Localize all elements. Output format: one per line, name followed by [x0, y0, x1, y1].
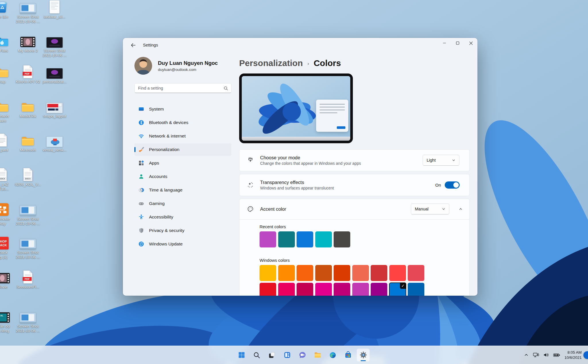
taskbar-search-button[interactable] [250, 348, 263, 362]
desktop-icon[interactable]: hap [0, 63, 16, 84]
tray-chevron-up-icon[interactable] [524, 353, 529, 357]
color-swatch[interactable] [297, 265, 313, 281]
color-swatch[interactable] [260, 231, 276, 247]
system-tray: 8:05 AM 10/6/2021 [524, 346, 588, 364]
desktop-icon[interactable]: o thanh ham [0, 98, 16, 123]
mode-dropdown[interactable]: Light [423, 155, 459, 166]
sidebar-item-bluetooth[interactable]: Bluetooth & devices [134, 116, 231, 129]
desktop-icon-label: d private elay [0, 217, 10, 226]
close-button[interactable] [464, 38, 477, 48]
desktop-icon[interactable]: Screen Shot 2021-10-06 ... [15, 0, 41, 24]
sidebar-item-time-language[interactable]: Time & language [134, 184, 231, 196]
desktop-icon[interactable]: Microsoft [15, 131, 41, 152]
desktop-icon[interactable]: personalizat... [41, 63, 68, 84]
desktop-icon[interactable]: taskbar_ali... [41, 0, 68, 19]
sidebar-item-gaming[interactable]: Gaming [134, 197, 231, 210]
shot-dark-icon [47, 63, 63, 79]
color-swatch[interactable] [315, 231, 332, 247]
taskbar-file-explorer-button[interactable] [311, 348, 324, 362]
sidebar-item-apps[interactable]: Apps [134, 157, 231, 169]
color-swatch[interactable] [315, 265, 332, 281]
row-title: Choose your mode [260, 155, 423, 160]
taskbar-widgets-button[interactable] [281, 348, 294, 362]
accent-mode-dropdown[interactable]: Manual [411, 204, 449, 214]
desktop-icon[interactable]: Movie [0, 268, 16, 289]
transparency-toggle[interactable] [445, 181, 460, 189]
color-swatch[interactable] [315, 283, 332, 296]
tray-battery-icon[interactable] [553, 353, 560, 357]
desktop-icon[interactable]: PDFKimAn API V2 [15, 63, 41, 84]
desktop-icon[interactable]: Screen Shot 2021-10-06 ... [15, 308, 41, 334]
thumb-red-icon [47, 98, 63, 113]
color-swatch[interactable] [389, 265, 406, 281]
sidebar-item-system[interactable]: System [134, 103, 231, 115]
tray-volume-icon[interactable] [543, 353, 549, 357]
color-swatch[interactable] [278, 231, 295, 247]
taskbar-edge-button[interactable] [326, 348, 339, 362]
desktop-icon[interactable]: PDFSeedcomFi... [15, 268, 41, 289]
color-swatch[interactable] [371, 283, 387, 296]
breadcrumb-parent[interactable]: Personalization [239, 57, 303, 69]
desktop-icon-label: Screen Shot 2021-10-06 ... [16, 250, 40, 260]
desktop-icon[interactable]: cle Bin [0, 0, 16, 19]
color-swatch[interactable] [371, 265, 387, 281]
sidebar-item-windows-update[interactable]: Windows Update [134, 238, 231, 250]
color-swatch[interactable] [334, 283, 350, 296]
color-swatch[interactable] [260, 283, 276, 296]
taskbar-start-button[interactable] [235, 348, 248, 362]
desktop-icon[interactable]: virtual_desk... [41, 131, 68, 152]
color-swatch[interactable] [278, 283, 295, 296]
desktop-icon[interactable]: Screen Shot 2021-10-06 ... [15, 200, 41, 226]
color-swatch[interactable] [260, 265, 276, 281]
desktop-icon[interactable]: e_pwd [0, 131, 16, 152]
minimize-icon [443, 41, 446, 45]
diagram-icon [0, 200, 9, 216]
maximize-button[interactable] [451, 38, 464, 48]
desktop-icon[interactable]: MediaTek [15, 98, 41, 119]
taskbar-settings-button[interactable] [357, 348, 370, 362]
search-input[interactable] [138, 86, 224, 90]
color-swatch[interactable] [352, 283, 369, 296]
choose-mode-row: Choose your mode Change the colors that … [239, 149, 470, 171]
desktop-icon[interactable]: Screen Shot 2021-10-06 ... [15, 234, 41, 260]
desktop-icon[interactable]: Screen Shot 2021-10-06 ... [41, 32, 68, 58]
widgets-icon [283, 351, 291, 359]
color-swatch[interactable] [334, 265, 350, 281]
color-swatch[interactable] [334, 231, 350, 247]
back-button[interactable] [129, 41, 137, 49]
color-swatch[interactable] [297, 283, 313, 296]
svg-text:BACK: BACK [0, 243, 7, 247]
desktop-icon[interactable]: DOCXR_LAZ k T10... [0, 166, 16, 192]
sidebar-item-privacy-security[interactable]: Privacy & security [134, 224, 231, 237]
minimize-button[interactable] [438, 38, 451, 48]
sidebar-item-accounts[interactable]: Accounts [134, 170, 231, 183]
folder-icon [21, 131, 34, 147]
sidebar-item-accessibility[interactable]: Accessibility [134, 211, 231, 223]
avatar [134, 57, 152, 75]
color-swatch[interactable] [278, 265, 295, 281]
color-swatch-selected[interactable]: ✓ [389, 283, 406, 296]
desktop-icon[interactable]: d private elay [0, 200, 16, 226]
desktop-icon[interactable]: SHOPBACKpback ng (1) [0, 234, 16, 260]
sidebar-item-personalization[interactable]: Personalization [134, 143, 231, 156]
color-swatch[interactable] [352, 265, 369, 281]
taskbar-store-button[interactable] [341, 348, 355, 362]
color-swatch[interactable] [297, 231, 313, 247]
desktop-icon-label: Screen Shot 2021-10-06 ... [16, 15, 40, 24]
tray-network-tray-icon[interactable] [533, 353, 539, 357]
sidebar-item-network[interactable]: Network & internet [134, 130, 231, 142]
notification-badge[interactable] [583, 351, 588, 359]
desktop-icon[interactable]: DOCX0209_KOL_V... [15, 166, 41, 187]
desktop-icon[interactable]: My Movie 2 [15, 32, 41, 53]
desktop-icon[interactable]: ALo cần bộ AI riêng [0, 308, 16, 334]
user-profile[interactable]: Duy Luan Nguyen Ngoc duyluan@outlook.com [134, 57, 231, 75]
desktop-icon[interactable]: c Files [0, 32, 16, 53]
desktop-icon-label: pback ng (1) [0, 250, 7, 260]
taskbar-clock[interactable]: 8:05 AM 10/6/2021 [564, 350, 582, 360]
color-swatch[interactable] [408, 265, 424, 281]
collapse-section-button[interactable] [456, 205, 465, 213]
color-swatch[interactable] [408, 283, 424, 296]
taskbar-task-view-button[interactable] [265, 348, 278, 362]
taskbar-chat-button[interactable] [296, 348, 309, 362]
desktop-icon[interactable]: snapo_layput [41, 98, 68, 119]
